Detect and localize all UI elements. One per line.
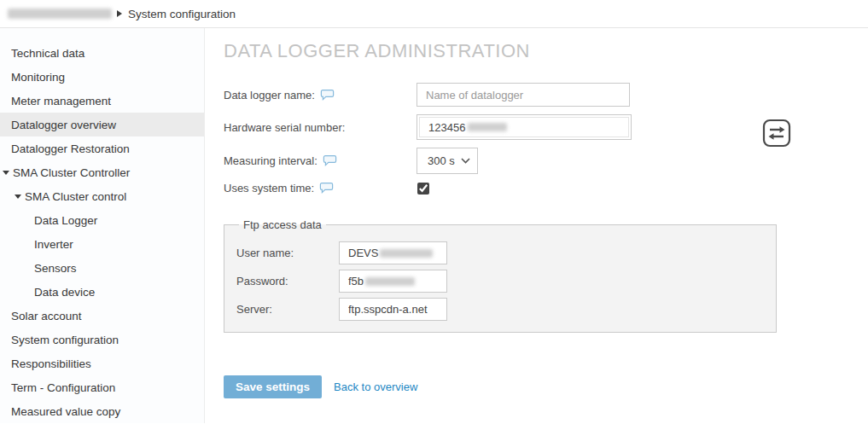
sidebar-item-system-configuration[interactable]: System configuration <box>0 328 204 351</box>
sidebar-item-measured-value-copy[interactable]: Measured value copy <box>0 399 204 423</box>
sidebar-item-technical-data[interactable]: Technical data <box>0 41 204 65</box>
username-redacted <box>380 249 433 258</box>
datalogger-name-input[interactable] <box>417 83 630 107</box>
tooltip-speech-bubble-icon[interactable] <box>320 89 335 102</box>
sidebar-item-solar-account[interactable]: Solar account <box>0 304 204 328</box>
uses-system-time-label: Uses system time: <box>224 182 314 195</box>
page-title: DATA LOGGER ADMINISTRATION <box>224 40 868 62</box>
row-ftp-username: User name: DEVS <box>236 241 776 264</box>
ftp-password-label: Password: <box>236 275 339 288</box>
row-measuring-interval: Measuring interval: 300 s <box>224 148 868 174</box>
swap-arrows-icon[interactable] <box>762 119 791 148</box>
actions-row: Save settings Back to overview <box>224 375 868 398</box>
sidebar-item-responsibilities[interactable]: Responsibilities <box>0 351 204 375</box>
row-ftp-server: Server: <box>236 298 776 321</box>
ftp-password-input[interactable]: f5b <box>339 270 447 293</box>
ftp-access-fieldset: Ftp access data User name: DEVS Password… <box>224 218 777 333</box>
sidebar-item-sma-cluster-control[interactable]: SMA Cluster control <box>0 184 204 208</box>
ftp-username-label: User name: <box>236 247 339 259</box>
measuring-interval-label: Measuring interval: <box>224 154 317 167</box>
sidebar-item-datalogger-overview[interactable]: Datalogger overview <box>0 113 204 136</box>
sidebar-item-datalogger-restoration[interactable]: Datalogger Restoration <box>0 136 204 160</box>
tooltip-speech-bubble-icon[interactable] <box>319 182 334 195</box>
sidebar-item-inverter[interactable]: Inverter <box>0 232 204 256</box>
row-datalogger-name: Data logger name: <box>224 83 868 107</box>
save-settings-button[interactable]: Save settings <box>224 375 322 398</box>
ftp-username-input[interactable]: DEVS <box>339 241 447 264</box>
serial-redacted <box>468 123 507 131</box>
caret-down-icon[interactable] <box>15 195 21 199</box>
datalogger-name-label: Data logger name: <box>224 89 315 102</box>
back-to-overview-link[interactable]: Back to overview <box>334 380 417 393</box>
sidebar-item-data-logger[interactable]: Data Logger <box>0 208 204 232</box>
breadcrumb-current: System configuration <box>128 8 236 20</box>
uses-system-time-checkbox[interactable] <box>417 183 429 195</box>
hardware-serial-label: Hardware serial number: <box>224 121 345 134</box>
sidebar-item-data-device[interactable]: Data device <box>0 280 204 304</box>
row-uses-system-time: Uses system time: <box>224 182 868 195</box>
caret-down-icon[interactable] <box>3 171 9 175</box>
password-redacted <box>365 277 415 286</box>
tooltip-speech-bubble-icon[interactable] <box>323 154 337 167</box>
breadcrumb: System configuration <box>0 0 868 28</box>
sidebar-nav: Technical data Monitoring Meter manageme… <box>0 28 205 423</box>
ftp-access-legend: Ftp access data <box>239 218 326 231</box>
sidebar-item-term-configuration[interactable]: Term - Configuration <box>0 375 204 399</box>
breadcrumb-plant-name-redacted[interactable] <box>8 9 112 19</box>
sidebar-item-meter-management[interactable]: Meter management <box>0 89 204 113</box>
breadcrumb-separator-icon <box>117 10 122 17</box>
sidebar-item-sensors[interactable]: Sensors <box>0 256 204 280</box>
hardware-serial-input[interactable]: 123456 <box>417 114 632 140</box>
main-content: DATA LOGGER ADMINISTRATION Data logger n… <box>205 28 868 423</box>
chevron-down-icon <box>461 158 470 164</box>
sidebar-item-monitoring[interactable]: Monitoring <box>0 65 204 89</box>
ftp-server-input[interactable] <box>339 298 447 321</box>
sidebar-item-sma-cluster-controller[interactable]: SMA Cluster Controller <box>0 160 204 184</box>
ftp-server-label: Server: <box>236 303 339 316</box>
measuring-interval-select[interactable]: 300 s <box>417 148 478 174</box>
row-ftp-password: Password: f5b <box>236 270 776 293</box>
